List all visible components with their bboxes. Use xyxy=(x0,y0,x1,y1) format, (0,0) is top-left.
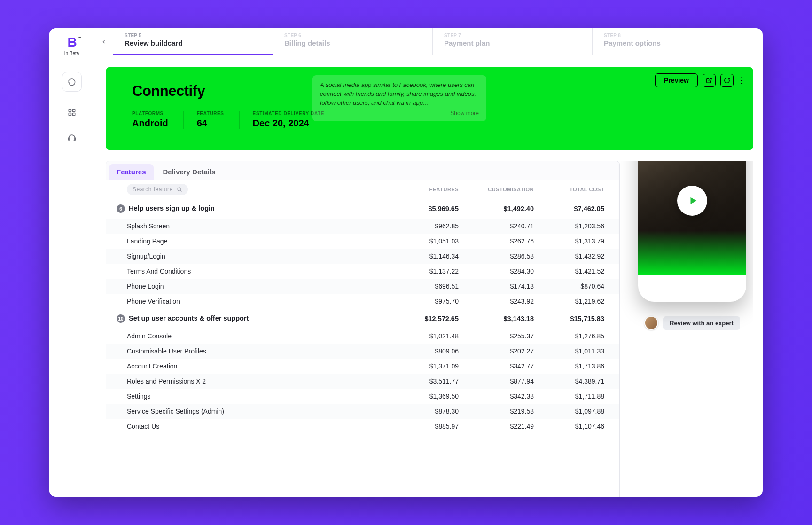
kebab-icon xyxy=(741,77,742,84)
cell-total: $1,219.62 xyxy=(540,298,611,305)
group-features-total: $5,969.65 xyxy=(399,205,465,212)
table-row[interactable]: Signup/Login $1,146.34 $286.58 $1,432.92 xyxy=(106,249,619,264)
svg-marker-14 xyxy=(691,197,697,204)
table-row[interactable]: Terms And Conditions $1,137.22 $284.30 $… xyxy=(106,264,619,279)
share-button[interactable] xyxy=(703,74,716,87)
table-row[interactable]: Landing Page $1,051.03 $262.76 $1,313.79 xyxy=(106,234,619,249)
cell-name: Splash Screen xyxy=(117,222,399,230)
cell-custom: $342.77 xyxy=(465,362,540,370)
apps-icon xyxy=(68,108,76,117)
cell-total: $1,313.79 xyxy=(540,237,611,245)
cell-custom: $202.27 xyxy=(465,347,540,355)
table-row[interactable]: Phone Verification $975.70 $243.92 $1,21… xyxy=(106,294,619,309)
group-custom-total: $3,143.18 xyxy=(465,315,540,322)
table-row[interactable]: Roles and Permissions X 2 $3,511.77 $877… xyxy=(106,374,619,389)
tab-features[interactable]: Features xyxy=(109,164,154,180)
table-group-row[interactable]: 6Help users sign up & login $5,969.65 $1… xyxy=(106,199,619,219)
search-placeholder: Search feature xyxy=(133,186,173,193)
meta-value: 64 xyxy=(197,118,224,129)
cell-features: $1,137.22 xyxy=(399,267,465,275)
cell-custom: $262.76 xyxy=(465,237,540,245)
step-kicker: STEP 8 xyxy=(604,33,741,38)
review-expert-button[interactable]: Review with an expert xyxy=(663,316,740,330)
table-group-row[interactable]: 10Set up user accounts & offer support $… xyxy=(106,309,619,329)
step-payment-options[interactable]: STEP 8 Payment options xyxy=(593,28,752,55)
meta-delivery: ESTIMATED DELIVERY DATE Dec 20, 2024 xyxy=(239,111,324,129)
cell-total: $1,421.52 xyxy=(540,267,611,275)
step-title: Billing details xyxy=(284,39,421,47)
col-features: FEATURES xyxy=(399,187,465,192)
col-total: TOTAL COST xyxy=(540,187,611,192)
cell-features: $1,021.48 xyxy=(399,332,465,340)
table-row[interactable]: Account Creation $1,371.09 $342.77 $1,71… xyxy=(106,359,619,374)
play-icon xyxy=(686,196,698,206)
support-button[interactable] xyxy=(67,133,77,142)
table-row[interactable]: Splash Screen $962.85 $240.71 $1,203.56 xyxy=(106,219,619,234)
table-row[interactable]: Contact Us $885.97 $221.49 $1,107.46 xyxy=(106,419,619,434)
search-input[interactable]: Search feature xyxy=(127,184,188,195)
apps-button[interactable] xyxy=(67,108,77,117)
features-table[interactable]: Search feature FEATURES CUSTOMISATION TO… xyxy=(106,180,619,497)
cell-custom: $255.37 xyxy=(465,332,540,340)
cell-name: Account Creation xyxy=(117,362,399,370)
cell-total: $1,107.46 xyxy=(540,423,611,430)
cell-features: $3,511.77 xyxy=(399,377,465,385)
undo-icon xyxy=(68,78,76,86)
cell-name: Phone Login xyxy=(117,282,399,290)
chevron-left-icon xyxy=(101,39,107,45)
show-more-link[interactable]: Show more xyxy=(320,110,479,118)
undo-button[interactable] xyxy=(62,72,82,92)
cell-features: $696.51 xyxy=(399,282,465,290)
cell-total: $1,711.88 xyxy=(540,392,611,400)
group-grand-total: $15,715.83 xyxy=(540,315,611,322)
step-payment-plan[interactable]: STEP 7 Payment plan xyxy=(433,28,593,55)
refresh-button[interactable] xyxy=(720,74,734,87)
cell-custom: $342.38 xyxy=(465,392,540,400)
play-button[interactable] xyxy=(677,186,707,216)
cell-features: $1,369.50 xyxy=(399,392,465,400)
cell-name: Service Specific Settings (Admin) xyxy=(117,407,399,415)
buildcard-banner: Connectify PLATFORMS Android FEATURES 64… xyxy=(106,67,753,150)
tab-delivery-details[interactable]: Delivery Details xyxy=(156,164,223,180)
cell-name: Settings xyxy=(117,392,399,400)
meta-label: FEATURES xyxy=(197,111,224,116)
svg-rect-0 xyxy=(69,109,71,111)
stepper: STEP 5 Review buildcard STEP 6 Billing d… xyxy=(94,28,763,55)
group-title: Set up user accounts & offer support xyxy=(129,314,249,322)
step-back-button[interactable] xyxy=(94,39,113,45)
share-icon xyxy=(706,77,712,84)
cell-name: Phone Verification xyxy=(117,298,399,305)
cell-name: Landing Page xyxy=(117,237,399,245)
svg-line-7 xyxy=(180,190,182,192)
group-title: Help users sign up & login xyxy=(129,204,215,212)
logo-letter: B xyxy=(67,35,76,50)
step-billing-details[interactable]: STEP 6 Billing details xyxy=(273,28,433,55)
features-panel: Features Delivery Details Search feature xyxy=(106,161,620,497)
preview-column: 9:41 ⠀▶ xyxy=(631,161,753,497)
cell-features: $962.85 xyxy=(399,222,465,230)
table-row[interactable]: Phone Login $696.51 $174.13 $870.64 xyxy=(106,279,619,294)
cell-name: Terms And Conditions xyxy=(117,267,399,275)
description-text: A social media app similar to Facebook, … xyxy=(320,81,476,106)
step-kicker: STEP 5 xyxy=(125,33,261,38)
step-kicker: STEP 7 xyxy=(444,33,581,38)
cell-name: Signup/Login xyxy=(117,252,399,260)
preview-button[interactable]: Preview xyxy=(655,73,698,87)
refresh-icon xyxy=(724,77,730,84)
col-customisation: CUSTOMISATION xyxy=(465,187,540,192)
avatar xyxy=(644,316,658,330)
app-shell: B In Beta xyxy=(49,28,763,497)
cell-total: $870.64 xyxy=(540,282,611,290)
table-row[interactable]: Settings $1,369.50 $342.38 $1,711.88 xyxy=(106,389,619,404)
step-review-buildcard[interactable]: STEP 5 Review buildcard xyxy=(113,28,273,55)
cell-features: $1,146.34 xyxy=(399,252,465,260)
main-region: STEP 5 Review buildcard STEP 6 Billing d… xyxy=(94,28,763,497)
table-row[interactable]: Customisable User Profiles $809.06 $202.… xyxy=(106,344,619,359)
step-kicker: STEP 6 xyxy=(284,33,421,38)
table-row[interactable]: Admin Console $1,021.48 $255.37 $1,276.8… xyxy=(106,329,619,344)
cell-features: $809.06 xyxy=(399,347,465,355)
table-row[interactable]: Service Specific Settings (Admin) $878.3… xyxy=(106,404,619,419)
more-menu-button[interactable] xyxy=(738,77,745,84)
svg-rect-3 xyxy=(72,113,75,116)
cell-custom: $221.49 xyxy=(465,423,540,430)
